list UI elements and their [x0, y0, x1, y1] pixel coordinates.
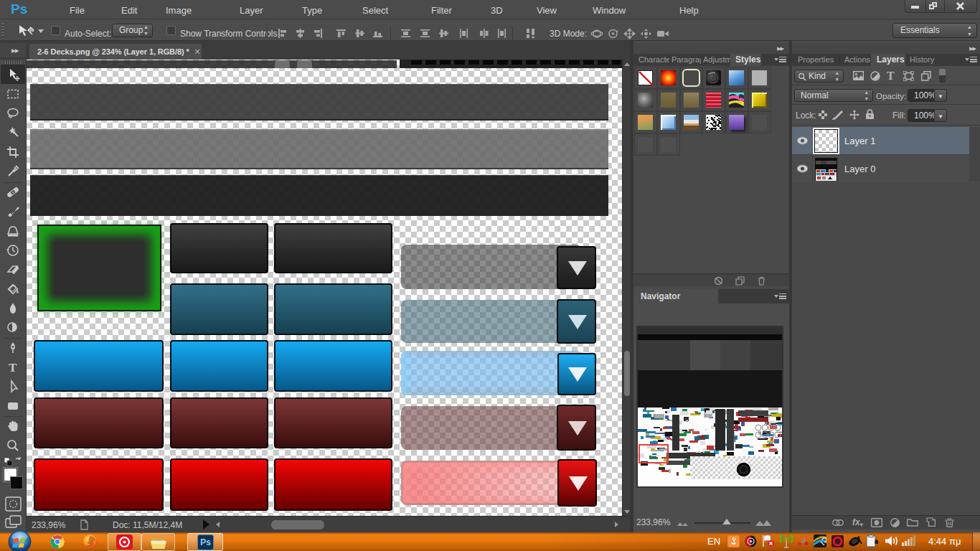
svg-text:T: T	[9, 361, 17, 375]
